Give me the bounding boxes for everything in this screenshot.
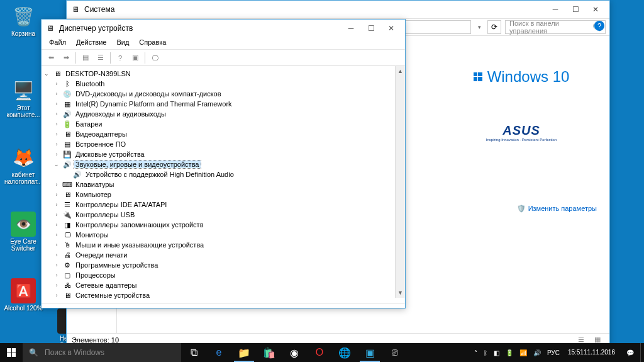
maximize-button[interactable]: ☐: [565, 1, 586, 18]
tray-wifi-icon[interactable]: 📶: [516, 343, 530, 362]
minimize-button[interactable]: ─: [341, 20, 361, 37]
close-button[interactable]: ✕: [586, 1, 606, 18]
show-desktop-button[interactable]: [640, 343, 644, 362]
maximize-button[interactable]: ☐: [361, 20, 381, 37]
tree-toggle-icon[interactable]: ›: [53, 292, 60, 298]
tray-overflow-icon[interactable]: ˄: [471, 343, 480, 362]
scrollbar[interactable]: ▲ ▼: [395, 66, 405, 298]
tree-toggle-icon[interactable]: ›: [53, 191, 60, 198]
tree-item[interactable]: ›⚙Программные устройства: [43, 260, 404, 270]
tree-toggle-icon[interactable]: ›: [53, 101, 60, 107]
tree-toggle-icon[interactable]: ›: [53, 141, 60, 147]
taskbar-app2[interactable]: ⎚: [382, 343, 408, 362]
search-panel-input[interactable]: Поиск в панели управления 🔍: [505, 20, 606, 34]
menu-item[interactable]: Вид: [111, 37, 134, 49]
desktop-icon[interactable]: 🅰️Alcohol 120%: [4, 278, 43, 312]
tree-toggle-icon[interactable]: ⌄: [43, 71, 50, 77]
taskbar-steam[interactable]: ◉: [282, 343, 307, 362]
tree-toggle-icon[interactable]: ›: [53, 252, 60, 258]
show-hidden-icon[interactable]: 🖵: [148, 51, 162, 65]
tree-item[interactable]: ›🔌Контроллеры USB: [43, 210, 404, 220]
tree-item[interactable]: ›🖵Мониторы: [43, 230, 404, 240]
device-icon: 🖥: [52, 69, 62, 78]
help-icon[interactable]: ?: [113, 51, 127, 65]
tree-toggle-icon[interactable]: ›: [53, 121, 60, 127]
address-dropdown-icon[interactable]: ▾: [475, 24, 484, 30]
dm-titlebar[interactable]: 🖥 Диспетчер устройств ─ ☐ ✕: [42, 20, 405, 37]
tree-item[interactable]: ›🖥Видеоадаптеры: [43, 129, 404, 139]
taskbar-app[interactable]: ▣: [357, 343, 382, 362]
tree-item[interactable]: ›⌨Клавиатуры: [43, 179, 404, 189]
tree-toggle-icon[interactable]: ›: [53, 262, 60, 268]
taskbar-search[interactable]: 🔍 Поиск в Windows: [23, 343, 181, 362]
tree-toggle-icon[interactable]: ›: [53, 81, 60, 87]
tree-toggle-icon[interactable]: ⌄: [53, 161, 60, 167]
tray-bluetooth-icon[interactable]: ᛒ: [480, 343, 491, 362]
tree-item[interactable]: ›🖥Компьютер: [43, 189, 404, 200]
tree-toggle-icon[interactable]: ›: [53, 272, 60, 278]
tree-item[interactable]: ›🖱Мыши и иные указывающие устройства: [43, 240, 404, 250]
tree-item[interactable]: ›▤Встроенное ПО: [43, 139, 404, 149]
tree-item[interactable]: ⌄🖥DESKTOP-N399LSN: [43, 69, 404, 79]
tree-item[interactable]: ›ᛒBluetooth: [43, 79, 404, 89]
refresh-button[interactable]: ⟳: [487, 20, 501, 34]
tree-item[interactable]: ›🔊Аудиовходы и аудиовыходы: [43, 109, 404, 119]
tree-item[interactable]: ›💾Дисковые устройства: [43, 149, 404, 159]
desktop-icon[interactable]: 🗑️Корзина: [4, 4, 43, 37]
tree-toggle-icon[interactable]: ›: [53, 111, 60, 117]
tree-item[interactable]: ⌄🔊Звуковые, игровые и видеоустройства: [43, 159, 404, 169]
tree-item[interactable]: ›▢Процессоры: [43, 270, 404, 280]
back-icon[interactable]: ⬅: [44, 51, 58, 65]
scroll-up-icon[interactable]: ▲: [396, 66, 405, 76]
close-button[interactable]: ✕: [381, 20, 401, 37]
help-icon[interactable]: ?: [594, 21, 604, 31]
tray-volume-icon[interactable]: 🔊: [530, 343, 544, 362]
menu-item[interactable]: Действие: [71, 37, 111, 49]
tree-toggle-icon[interactable]: ›: [53, 222, 60, 228]
tray-clock[interactable]: 15:51 11.11.2016: [563, 343, 620, 362]
taskbar-edge[interactable]: e: [206, 343, 231, 362]
tree-toggle-icon[interactable]: ›: [53, 232, 60, 238]
scan-icon[interactable]: ▣: [128, 51, 142, 65]
tree-item[interactable]: ›🔋Батареи: [43, 119, 404, 129]
minimize-button[interactable]: ─: [545, 1, 565, 18]
view-icon[interactable]: ☰: [94, 51, 108, 65]
desktop-icon[interactable]: 🦊кабинет налогоплат...: [4, 145, 43, 185]
tree-item[interactable]: 🔊Устройство с поддержкой High Definition…: [43, 169, 404, 179]
tray-language[interactable]: РУС: [544, 343, 563, 362]
tree-item[interactable]: ›🖧Сетевые адаптеры: [43, 280, 404, 290]
options-icon[interactable]: ▤: [79, 51, 92, 65]
desktop-icon[interactable]: 👁️Eye Care Switcher: [4, 212, 43, 252]
tree-toggle-icon[interactable]: ›: [53, 91, 60, 97]
taskbar-store[interactable]: 🛍️: [257, 343, 282, 362]
tree-item[interactable]: ›☰Контроллеры IDE ATA/ATAPI: [43, 200, 404, 210]
tray-app-icon[interactable]: ◧: [491, 343, 502, 362]
action-center-icon[interactable]: 💬: [620, 343, 640, 362]
taskbar-opera[interactable]: O: [307, 343, 332, 362]
tree-item[interactable]: ›▦Intel(R) Dynamic Platform and Thermal …: [43, 99, 404, 109]
taskbar-chrome[interactable]: 🌐: [332, 343, 357, 362]
tree-toggle-icon[interactable]: ›: [53, 282, 60, 288]
tree-item[interactable]: ›💿DVD-дисководы и дисководы компакт-диск…: [43, 89, 404, 99]
menu-item[interactable]: Файл: [44, 37, 71, 49]
tree-toggle-icon[interactable]: ›: [53, 131, 60, 137]
tree-toggle-icon[interactable]: ›: [53, 212, 60, 218]
change-settings-link[interactable]: 🛡️ Изменить параметры: [446, 205, 597, 213]
tree-item[interactable]: ›🖥Системные устройства: [43, 290, 404, 300]
tree-item[interactable]: ›🖨Очереди печати: [43, 250, 404, 260]
device-icon: ▤: [62, 140, 72, 149]
taskbar-explorer[interactable]: 📁: [231, 343, 257, 362]
tree-toggle-icon[interactable]: ›: [53, 242, 60, 248]
menu-item[interactable]: Справка: [134, 37, 171, 49]
start-button[interactable]: [0, 343, 23, 362]
tray-battery-icon[interactable]: 🔋: [502, 343, 516, 362]
tree-toggle-icon[interactable]: ›: [53, 181, 60, 188]
tree-toggle-icon[interactable]: ›: [53, 151, 60, 157]
task-view-button[interactable]: ⧉: [181, 343, 206, 362]
scroll-down-icon[interactable]: ▼: [396, 288, 405, 298]
desktop-icon[interactable]: 🖥️Этот компьюте...: [4, 78, 43, 118]
system-titlebar[interactable]: 🖥 Система ─ ☐ ✕: [67, 1, 609, 18]
tree-item[interactable]: ›◨Контроллеры запоминающих устройств: [43, 220, 404, 230]
tree-toggle-icon[interactable]: ›: [53, 201, 60, 208]
fwd-icon[interactable]: ➡: [59, 51, 73, 65]
